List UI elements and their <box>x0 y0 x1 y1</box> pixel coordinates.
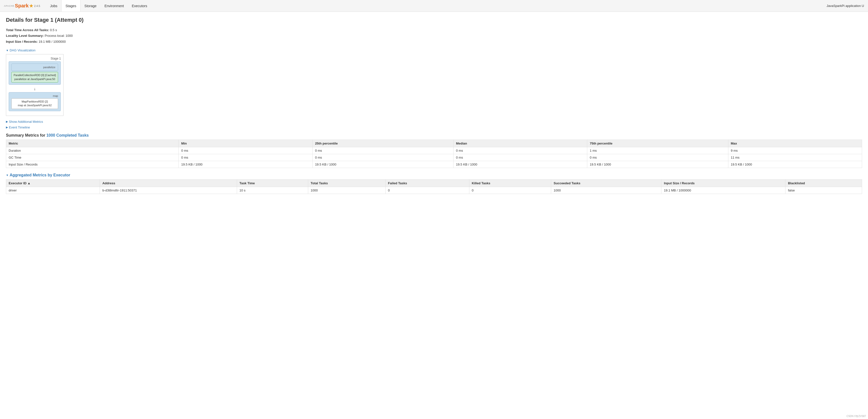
input-size-value: 19.1 MB / 1000000 <box>38 40 66 43</box>
table-cell: 0 <box>469 187 551 194</box>
nav-executors[interactable]: Executors <box>128 0 151 11</box>
col-input-size[interactable]: Input Size / Records <box>661 180 785 187</box>
total-time-label: Total Time Across All Tasks: <box>6 28 49 32</box>
col-address[interactable]: Address <box>100 180 237 187</box>
nav-environment[interactable]: Environment <box>101 0 128 11</box>
nav-storage[interactable]: Storage <box>81 0 101 11</box>
col-executor-id[interactable]: Executor ID ▲ <box>6 180 100 187</box>
table-cell: 0 ms <box>312 154 453 161</box>
table-cell: 0 ms <box>312 147 453 154</box>
dag-diagram: Stage 1 parallelize ParallelCollectionRD… <box>6 54 64 116</box>
dag-toggle-label: DAG Visualization <box>10 49 36 52</box>
table-cell: 0 <box>385 187 469 194</box>
table-row: Input Size / Records19.5 KB / 100019.5 K… <box>6 161 862 168</box>
locality-label: Locality Level Summary: <box>6 34 44 37</box>
dag-parallelize-rdd: ParallelCollectionRDD [0] [Cached]parall… <box>11 72 58 83</box>
table-cell: 19.5 KB / 1000 <box>587 161 728 168</box>
dag-map-group: map MapPartitionsRDD [2]map at JavaSpark… <box>9 92 61 111</box>
dag-toggle-section: ▼ DAG Visualization <box>6 49 862 52</box>
table-cell: Input Size / Records <box>6 161 179 168</box>
col-p75: 75th percentile <box>587 139 728 147</box>
main-content: Details for Stage 1 (Attempt 0) Total Ti… <box>0 12 868 204</box>
nav-links: Jobs Stages Storage Environment Executor… <box>46 0 151 11</box>
table-cell: 0 ms <box>454 154 587 161</box>
aggregated-metrics-heading-text: Aggregated Metrics by Executor <box>10 173 70 178</box>
table-cell: 19.1 MB / 1000000 <box>661 187 785 194</box>
locality-value: Process local: 1000 <box>45 34 73 37</box>
page-title: Details for Stage 1 (Attempt 0) <box>6 17 862 23</box>
dag-map-rdd: MapPartitionsRDD [2]map at JavaSparkPi.j… <box>11 98 58 109</box>
table-cell: 10 s <box>237 187 308 194</box>
table-cell: b-d3t8md6r-1911:50371 <box>100 187 237 194</box>
aggregated-metrics-table: Executor ID ▲ Address Task Time Total Ta… <box>6 180 862 194</box>
table-cell: 0 ms <box>587 154 728 161</box>
table-cell: 19.5 KB / 1000 <box>179 161 312 168</box>
navbar-app-name: JavaSparkPi application U <box>827 4 864 8</box>
additional-metrics-label: Show Additional Metrics <box>9 120 43 124</box>
spark-flame-icon: ★ <box>29 3 33 9</box>
table-cell: 9 ms <box>728 147 862 154</box>
table-row: Duration0 ms0 ms0 ms1 ms9 ms <box>6 147 862 154</box>
additional-metrics-toggle-button[interactable]: ▶ Show Additional Metrics <box>6 120 43 124</box>
table-cell: false <box>785 187 862 194</box>
table-cell: 11 ms <box>728 154 862 161</box>
locality-row: Locality Level Summary: Process local: 1… <box>6 33 862 38</box>
brand: APACHE Spark ★ 2.4.5 <box>4 3 40 9</box>
col-failed-tasks[interactable]: Failed Tasks <box>385 180 469 187</box>
table-cell: 19.5 KB / 1000 <box>454 161 587 168</box>
dag-toggle-button[interactable]: ▼ DAG Visualization <box>6 49 35 52</box>
spark-text: Spark <box>15 3 29 9</box>
dag-map-rdd-text: MapPartitionsRDD [2]map at JavaSparkPi.j… <box>18 100 52 107</box>
dag-stage-label: Stage 1 <box>9 57 61 60</box>
aggregated-metrics-heading[interactable]: ▼ Aggregated Metrics by Executor <box>6 173 862 178</box>
info-section: Total Time Across All Tasks: 0.5 s Local… <box>6 27 862 44</box>
table-cell: Duration <box>6 147 179 154</box>
col-total-tasks[interactable]: Total Tasks <box>308 180 385 187</box>
table-row: GC Time0 ms0 ms0 ms0 ms11 ms <box>6 154 862 161</box>
event-timeline-toggle-section: ▶ Event Timeline <box>6 126 862 129</box>
dag-parallelize-rdd-text: ParallelCollectionRDD [0] [Cached]parall… <box>13 74 56 80</box>
additional-metrics-toggle-section: ▶ Show Additional Metrics <box>6 120 862 124</box>
table-cell: driver <box>6 187 100 194</box>
table-cell: 19.5 KB / 1000 <box>312 161 453 168</box>
table-cell: 0 ms <box>179 154 312 161</box>
input-size-label: Input Size / Records: <box>6 40 38 43</box>
summary-metrics-highlight: 1000 Completed Tasks <box>46 133 89 137</box>
table-cell: 19.5 KB / 1000 <box>728 161 862 168</box>
col-min: Min <box>179 139 312 147</box>
aggregated-metrics-header-row: Executor ID ▲ Address Task Time Total Ta… <box>6 180 862 187</box>
dag-parallelize-label: parallelize <box>11 64 58 71</box>
summary-metrics-table: Metric Min 25th percentile Median 75th p… <box>6 139 862 168</box>
navbar: APACHE Spark ★ 2.4.5 Jobs Stages Storage… <box>0 0 868 12</box>
dag-parallelize-group: parallelize ParallelCollectionRDD [0] [C… <box>9 61 61 85</box>
additional-metrics-arrow: ▶ <box>6 120 8 123</box>
table-cell: 1000 <box>551 187 661 194</box>
col-median: Median <box>454 139 587 147</box>
table-cell: 1000 <box>308 187 385 194</box>
aggregated-toggle-arrow: ▼ <box>6 174 9 176</box>
col-blacklisted[interactable]: Blacklisted <box>785 180 862 187</box>
total-time-value: 0.5 s <box>50 28 57 32</box>
dag-toggle-arrow: ▼ <box>6 49 9 52</box>
col-p25: 25th percentile <box>312 139 453 147</box>
col-metric: Metric <box>6 139 179 147</box>
summary-metrics-header-row: Metric Min 25th percentile Median 75th p… <box>6 139 862 147</box>
dag-map-label: map <box>11 94 58 97</box>
table-cell: 0 ms <box>454 147 587 154</box>
col-max: Max <box>728 139 862 147</box>
spark-logo: APACHE Spark ★ <box>4 3 33 9</box>
spark-version: 2.4.5 <box>34 4 40 7</box>
event-timeline-toggle-button[interactable]: ▶ Event Timeline <box>6 126 30 129</box>
nav-stages[interactable]: Stages <box>61 0 81 11</box>
col-killed-tasks[interactable]: Killed Tasks <box>469 180 551 187</box>
nav-jobs[interactable]: Jobs <box>46 0 61 11</box>
summary-metrics-heading-text: Summary Metrics for <box>6 133 45 137</box>
total-time-row: Total Time Across All Tasks: 0.5 s <box>6 27 862 33</box>
event-timeline-label: Event Timeline <box>9 126 30 129</box>
table-cell: 0 ms <box>179 147 312 154</box>
col-succeeded-tasks[interactable]: Succeeded Tasks <box>551 180 661 187</box>
table-cell: 1 ms <box>587 147 728 154</box>
input-size-row: Input Size / Records: 19.1 MB / 1000000 <box>6 39 862 44</box>
table-cell: GC Time <box>6 154 179 161</box>
col-task-time[interactable]: Task Time <box>237 180 308 187</box>
